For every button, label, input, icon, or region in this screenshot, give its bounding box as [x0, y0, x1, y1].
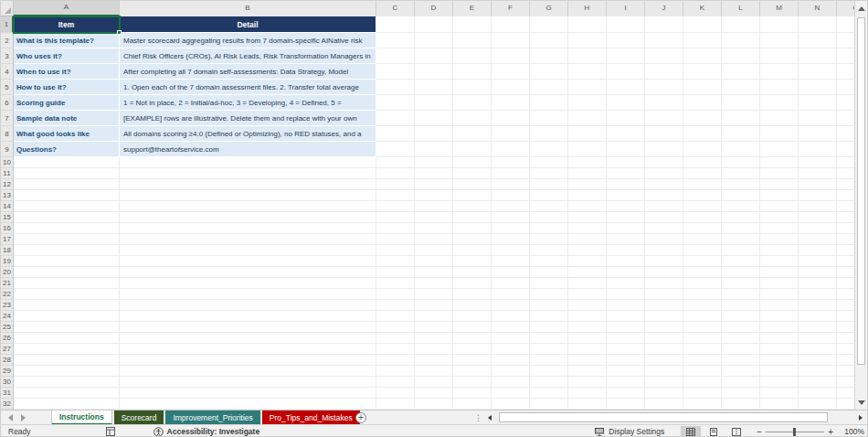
cell-L3[interactable]	[722, 48, 760, 64]
cell-J15[interactable]	[645, 212, 683, 223]
cell-M31[interactable]	[760, 388, 799, 399]
cell-A29[interactable]	[14, 366, 120, 377]
cell-G32[interactable]	[530, 399, 568, 410]
cell-E16[interactable]	[453, 223, 492, 234]
sheet-tab-pro_tips_and_mistakes[interactable]: Pro_Tips_and_Mistakes	[262, 410, 360, 425]
cell-N8[interactable]	[799, 126, 837, 142]
cell-B7[interactable]: [EXAMPLE] rows are illustrative. Delete …	[120, 111, 376, 126]
cell-M20[interactable]	[760, 267, 799, 278]
row-header-4[interactable]: 4	[1, 64, 14, 80]
cell-N10[interactable]	[799, 157, 837, 168]
cell-K25[interactable]	[683, 322, 722, 333]
cell-O30[interactable]	[837, 377, 856, 388]
cell-C32[interactable]	[376, 399, 415, 410]
cell-B8[interactable]: All domains scoring ≥4.0 (Defined or Opt…	[120, 126, 376, 142]
cell-D27[interactable]	[415, 344, 453, 355]
cell-O24[interactable]	[837, 311, 856, 322]
cell-I18[interactable]	[607, 245, 645, 256]
cell-G1[interactable]	[530, 16, 568, 33]
cell-C18[interactable]	[376, 245, 415, 256]
cell-H24[interactable]	[568, 311, 607, 322]
cell-E12[interactable]	[453, 179, 492, 190]
cell-C25[interactable]	[376, 322, 415, 333]
cell-A11[interactable]	[14, 168, 120, 179]
cell-C20[interactable]	[376, 267, 415, 278]
zoom-in-button[interactable]: +	[828, 427, 833, 437]
cell-H13[interactable]	[568, 190, 607, 201]
cell-F3[interactable]	[492, 48, 530, 64]
cell-I17[interactable]	[607, 234, 645, 245]
row-header-23[interactable]: 23	[1, 300, 14, 311]
row-header-13[interactable]: 13	[1, 190, 14, 201]
cell-C27[interactable]	[376, 344, 415, 355]
cell-L30[interactable]	[722, 377, 760, 388]
cell-J21[interactable]	[645, 278, 683, 289]
cell-L12[interactable]	[722, 179, 760, 190]
cell-B1[interactable]: Detail	[120, 16, 376, 33]
cell-K8[interactable]	[683, 126, 722, 142]
cell-F5[interactable]	[492, 80, 530, 95]
cell-F11[interactable]	[492, 168, 530, 179]
cell-M29[interactable]	[760, 366, 799, 377]
cell-L2[interactable]	[722, 33, 760, 48]
row-header-19[interactable]: 19	[1, 256, 14, 267]
cell-C14[interactable]	[376, 201, 415, 212]
cell-J28[interactable]	[645, 355, 683, 366]
cell-C2[interactable]	[376, 33, 415, 48]
column-header-B[interactable]: B	[120, 1, 376, 16]
cell-E26[interactable]	[453, 333, 492, 344]
zoom-level[interactable]: 100%	[841, 427, 864, 436]
cell-B9[interactable]: support@theartofservice.com	[120, 142, 376, 157]
cell-B29[interactable]	[120, 366, 376, 377]
cell-E15[interactable]	[453, 212, 492, 223]
cell-F25[interactable]	[492, 322, 530, 333]
row-header-12[interactable]: 12	[1, 179, 14, 190]
cell-E11[interactable]	[453, 168, 492, 179]
cell-O26[interactable]	[837, 333, 856, 344]
cell-F6[interactable]	[492, 95, 530, 111]
tab-scroll-splitter[interactable]: ⋮	[474, 411, 482, 424]
cell-I13[interactable]	[607, 190, 645, 201]
column-header-L[interactable]: L	[722, 1, 760, 16]
cell-B20[interactable]	[120, 267, 376, 278]
cell-A3[interactable]: Who uses it?	[14, 48, 120, 64]
cell-M22[interactable]	[760, 289, 799, 300]
cell-O31[interactable]	[837, 388, 856, 399]
cell-G4[interactable]	[530, 64, 568, 80]
row-header-20[interactable]: 20	[1, 267, 14, 278]
cell-H28[interactable]	[568, 355, 607, 366]
cell-N25[interactable]	[799, 322, 837, 333]
cell-A26[interactable]	[14, 333, 120, 344]
cell-G22[interactable]	[530, 289, 568, 300]
cell-C3[interactable]	[376, 48, 415, 64]
cell-G2[interactable]	[530, 33, 568, 48]
cell-A24[interactable]	[14, 311, 120, 322]
cell-H29[interactable]	[568, 366, 607, 377]
cell-E17[interactable]	[453, 234, 492, 245]
cell-A8[interactable]: What good looks like	[14, 126, 120, 142]
cell-I5[interactable]	[607, 80, 645, 95]
cell-O5[interactable]	[837, 80, 856, 95]
cell-J11[interactable]	[645, 168, 683, 179]
cell-E22[interactable]	[453, 289, 492, 300]
cell-C5[interactable]	[376, 80, 415, 95]
cell-L15[interactable]	[722, 212, 760, 223]
cell-B4[interactable]: After completing all 7 domain self-asses…	[120, 64, 376, 80]
cell-A9[interactable]: Questions?	[14, 142, 120, 157]
cell-J17[interactable]	[645, 234, 683, 245]
cell-H18[interactable]	[568, 245, 607, 256]
scroll-left-button[interactable]	[483, 412, 495, 423]
cell-K17[interactable]	[683, 234, 722, 245]
cell-G15[interactable]	[530, 212, 568, 223]
cell-E32[interactable]	[453, 399, 492, 410]
cell-N7[interactable]	[799, 111, 837, 126]
cell-D5[interactable]	[415, 80, 453, 95]
sheet-tab-instructions[interactable]: Instructions	[51, 410, 112, 425]
cell-O14[interactable]	[837, 201, 856, 212]
cell-B22[interactable]	[120, 289, 376, 300]
cell-B13[interactable]	[120, 190, 376, 201]
cell-H11[interactable]	[568, 168, 607, 179]
cell-D15[interactable]	[415, 212, 453, 223]
cell-K5[interactable]	[683, 80, 722, 95]
cell-C17[interactable]	[376, 234, 415, 245]
